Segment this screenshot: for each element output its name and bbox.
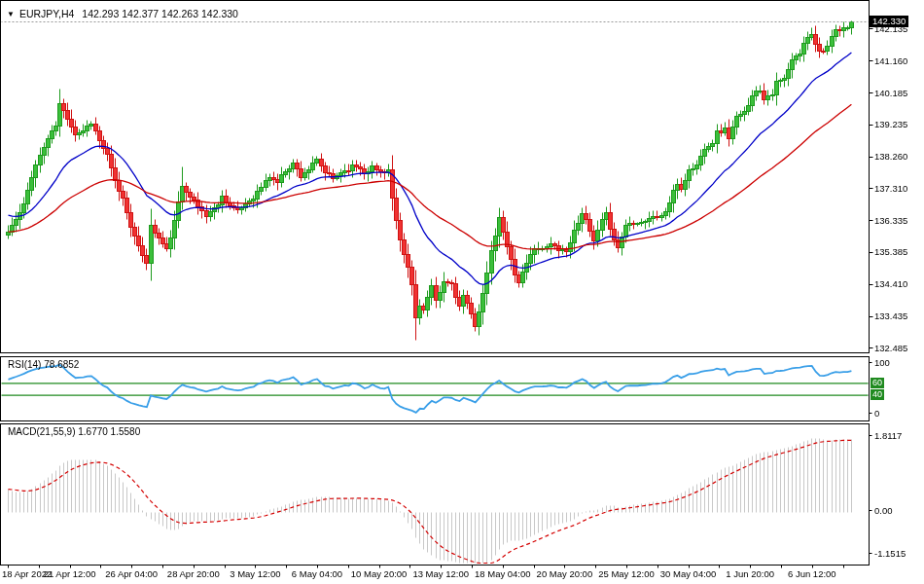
time-axis-label: 13 May 12:00 [412, 568, 469, 579]
rsi-scale-label: 100 [874, 357, 890, 368]
rsi-level-badge: 40 [871, 389, 884, 400]
price-axis-label: 132.485 [874, 343, 907, 353]
time-axis-label: 3 May 12:00 [230, 568, 280, 579]
time-axis-label: 6 Jun 12:00 [788, 568, 836, 579]
price-axis-label: 141.160 [874, 55, 907, 66]
chart-header: ▼EURJPY,H4142.293 142.377 142.263 142.33… [7, 8, 238, 19]
price-axis-label: 133.435 [874, 310, 907, 321]
macd-scale-label: 0.00 [874, 505, 893, 516]
time-axis-label: 25 May 12:00 [598, 568, 655, 579]
rsi-level-badge: 60 [871, 378, 884, 388]
price-axis-label: 134.410 [874, 278, 907, 289]
current-price-badge: 142.330 [870, 16, 908, 27]
time-axis-label: 6 May 04:00 [292, 568, 342, 579]
chart-marker-icon[interactable]: ▼ [7, 10, 15, 18]
macd-scale-label: 1.8117 [874, 430, 902, 441]
time-axis-label: 20 May 20:00 [537, 568, 593, 579]
price-axis-label: 140.185 [874, 88, 907, 98]
ohlc-values: 142.293 142.377 142.263 142.330 [82, 8, 238, 19]
time-axis-label: 18 May 04:00 [475, 568, 531, 579]
time-axis-label: 21 Apr 12:00 [44, 568, 96, 579]
price-axis-label: 139.235 [874, 119, 907, 129]
macd-indicator-label: MACD(21,55,9) 1.6770 1.5580 [8, 426, 140, 437]
rsi-indicator-label: RSI(14) 78.6852 [8, 359, 79, 370]
rsi-scale-label: 0 [874, 408, 879, 419]
time-axis-label: 1 Jun 20:00 [726, 568, 774, 579]
price-axis-label: 135.385 [874, 246, 907, 257]
time-axis-label: 30 May 04:00 [660, 568, 717, 579]
time-axis-label: 26 Apr 04:00 [105, 568, 158, 579]
time-axis-label: 10 May 20:00 [351, 568, 408, 579]
price-axis-label: 138.260 [874, 151, 907, 162]
chart-canvas[interactable] [0, 0, 924, 584]
chart-window: ▼EURJPY,H4142.293 142.377 142.263 142.33… [0, 0, 924, 584]
price-axis-label: 136.335 [874, 215, 907, 226]
symbol-timeframe-label: EURJPY,H4 [19, 8, 74, 19]
time-axis-label: 28 Apr 20:00 [167, 568, 220, 579]
macd-scale-label: -1.1515 [874, 548, 906, 559]
price-axis-label: 137.310 [874, 183, 907, 194]
